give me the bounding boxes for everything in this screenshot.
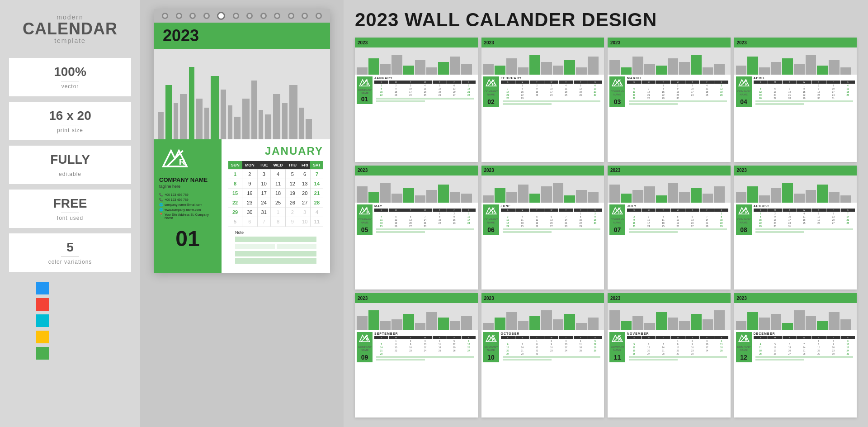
thumb-building xyxy=(794,194,805,203)
thumb-building xyxy=(541,186,552,203)
thumb-day-cell: 25 xyxy=(841,94,855,96)
day-18: 18 xyxy=(270,189,285,198)
thumb-header-cell: T xyxy=(783,81,797,84)
thumb-day-cell: 8 xyxy=(797,87,811,90)
thumb-header-cell: T xyxy=(530,81,544,84)
day-next6: 6 xyxy=(242,217,257,227)
note-section: Note xyxy=(228,227,323,267)
thumb-day-cell: 15 xyxy=(433,218,447,221)
thumb-building xyxy=(829,192,840,203)
thumb-logo-area: R COMPANYNAME 11 xyxy=(609,332,625,362)
thumb-day-cell: 8 xyxy=(389,343,403,346)
day-14: 14 xyxy=(310,179,323,189)
thumb-day-cell: 16 xyxy=(685,346,699,349)
company-name: COMPANY NAME xyxy=(159,176,216,183)
spiral-hole xyxy=(316,13,322,19)
thumb-grid: SMTWTFS 12345678910111213141516171819202… xyxy=(501,209,603,228)
thumb-day-cell: 13 xyxy=(447,87,461,90)
thumb-building xyxy=(703,194,713,203)
thumb-day-cell: 13 xyxy=(627,90,641,93)
thumb-day-cell: 29 xyxy=(530,352,544,355)
thumb-building xyxy=(403,314,414,330)
thumb-day-cell xyxy=(797,340,811,342)
month-thumb-12: 2023 R COMPANYNAME 12 DECEMBER SMTWTFS xyxy=(734,293,857,418)
thumb-day-cell: 13 xyxy=(642,346,656,349)
day-7: 7 xyxy=(310,170,323,179)
thumb-day-cell: 25 xyxy=(797,222,811,224)
thumb-building xyxy=(644,323,655,330)
thumb-day-cell: 9 xyxy=(768,215,782,218)
thumb-note-line-half xyxy=(629,231,678,233)
thumb-day-cell: 1 xyxy=(754,212,768,215)
thumb-day-cell: 28 xyxy=(841,222,855,224)
thumb-building xyxy=(668,318,679,330)
thumb-building xyxy=(609,310,620,330)
thumb-day-cell: 12 xyxy=(714,87,728,90)
day-next1: 1 xyxy=(270,208,285,217)
thumb-day-cell: 20 xyxy=(544,222,558,224)
thumb-logo-area: R COMPANYNAME 03 xyxy=(609,76,625,107)
thumb-day-cell xyxy=(515,212,529,215)
thumb-day-cell: 11 xyxy=(574,343,588,346)
thumb-day-cell xyxy=(841,97,855,100)
thumb-day-cell: 23 xyxy=(768,222,782,224)
thumb-header-cell: T xyxy=(811,336,826,339)
thumb-day-cell xyxy=(544,212,558,215)
thumb-day-cell: 29 xyxy=(515,97,529,100)
thumb-day-cell: 25 xyxy=(418,94,432,96)
thumb-note-line-half xyxy=(503,359,552,361)
thumb-day-cell: 2 xyxy=(685,340,699,342)
thumb-day-cell: 2 xyxy=(447,212,461,215)
thumb-year: 2023 xyxy=(737,168,747,173)
thumb-day-cell: 8 xyxy=(433,215,447,218)
thumb-day-cell: 17 xyxy=(462,218,476,221)
building xyxy=(265,114,271,139)
right-panel-title: 2023 WALL CALANDER DESIGN xyxy=(355,9,857,31)
thumb-note-line-half xyxy=(376,100,425,102)
thumb-building xyxy=(703,319,713,330)
day-17: 17 xyxy=(257,189,270,198)
thumb-building xyxy=(829,312,840,330)
thumb-day-cell: 18 xyxy=(700,90,714,93)
thumb-note-line-half xyxy=(503,231,552,233)
thumb-day-cell: 10 xyxy=(642,218,656,221)
thumb-header-cell: S xyxy=(501,81,515,84)
day-6: 6 xyxy=(299,170,311,179)
svg-text:R: R xyxy=(366,82,368,86)
building xyxy=(299,108,304,139)
thumb-header-cell: W xyxy=(544,336,558,339)
thumb-month-num: 02 xyxy=(485,98,498,105)
thumb-header-cell: S xyxy=(627,81,641,84)
thumb-logo: R xyxy=(737,206,750,216)
thumb-building xyxy=(483,195,494,203)
calendar-table: SUN MON TUE WED THU FRI SAT 1 2 3 4 5 xyxy=(228,161,323,227)
month-thumb-02: 2023 R COMPANYNAME 02 FEBRUARY SMTWTFS xyxy=(481,38,604,162)
day-20: 20 xyxy=(299,189,311,198)
building xyxy=(196,99,203,139)
thumb-day-cell xyxy=(811,225,826,228)
thumb-logo: R xyxy=(737,333,750,344)
thumb-building xyxy=(483,64,494,75)
thumb-building xyxy=(564,195,575,203)
thumb-image xyxy=(355,47,478,75)
thumb-year: 2023 xyxy=(737,40,747,45)
thumb-day-cell: 4 xyxy=(656,215,670,218)
thumb-day-cell: 11 xyxy=(700,87,714,90)
thumb-top: 2023 xyxy=(734,166,857,176)
thumb-logo: R xyxy=(611,333,624,344)
thumb-header-cell: S xyxy=(841,81,855,84)
thumb-building xyxy=(829,60,840,75)
thumb-day-cell: 25 xyxy=(574,349,588,352)
thumb-day-cell xyxy=(588,352,602,355)
thumb-day-cell xyxy=(656,212,670,215)
thumb-day-cell: 12 xyxy=(768,346,782,349)
thumb-day-cell: 24 xyxy=(462,222,476,224)
tagline: tagline here xyxy=(159,184,216,189)
thumb-building xyxy=(415,60,426,75)
thumb-day-cell: 5 xyxy=(671,215,685,218)
thumb-day-cell: 15 xyxy=(671,346,685,349)
thumb-building xyxy=(644,64,655,75)
day-11: 11 xyxy=(270,179,285,189)
spiral-hole xyxy=(176,13,182,19)
thumb-month-name: NOVEMBER xyxy=(627,332,729,335)
